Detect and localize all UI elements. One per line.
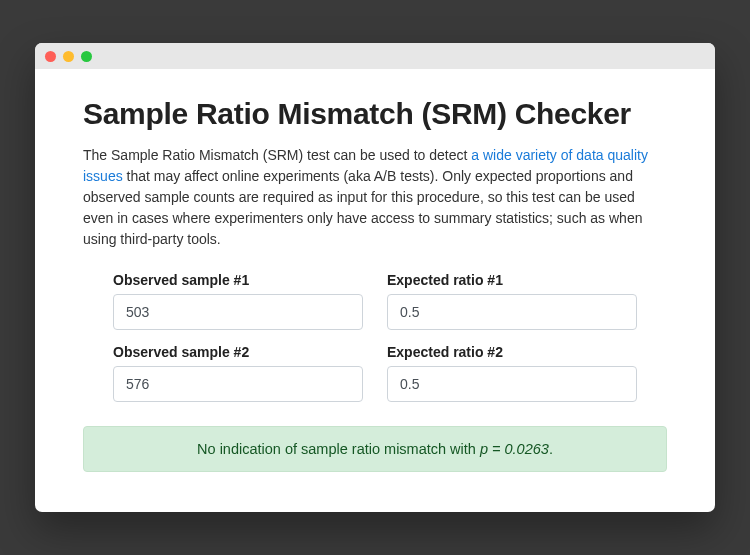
- page-content: Sample Ratio Mismatch (SRM) Checker The …: [35, 69, 715, 512]
- close-icon[interactable]: [45, 51, 56, 62]
- expected-ratio-2-field: Expected ratio #2: [387, 344, 637, 402]
- observed-sample-1-label: Observed sample #1: [113, 272, 363, 288]
- expected-ratio-1-input[interactable]: [387, 294, 637, 330]
- intro-text-prefix: The Sample Ratio Mismatch (SRM) test can…: [83, 147, 471, 163]
- expected-ratio-1-label: Expected ratio #1: [387, 272, 637, 288]
- intro-paragraph: The Sample Ratio Mismatch (SRM) test can…: [83, 145, 667, 250]
- window-titlebar: [35, 43, 715, 69]
- expected-ratio-2-label: Expected ratio #2: [387, 344, 637, 360]
- observed-sample-1-input[interactable]: [113, 294, 363, 330]
- result-p-value: p = 0.0263: [480, 441, 549, 457]
- observed-sample-1-field: Observed sample #1: [113, 272, 363, 330]
- intro-text-suffix: that may affect online experiments (aka …: [83, 168, 642, 247]
- input-grid: Observed sample #1 Expected ratio #1 Obs…: [83, 272, 667, 402]
- observed-sample-2-field: Observed sample #2: [113, 344, 363, 402]
- app-window: Sample Ratio Mismatch (SRM) Checker The …: [35, 43, 715, 512]
- observed-sample-2-input[interactable]: [113, 366, 363, 402]
- expected-ratio-1-field: Expected ratio #1: [387, 272, 637, 330]
- result-suffix: .: [549, 441, 553, 457]
- result-banner: No indication of sample ratio mismatch w…: [83, 426, 667, 472]
- maximize-icon[interactable]: [81, 51, 92, 62]
- expected-ratio-2-input[interactable]: [387, 366, 637, 402]
- minimize-icon[interactable]: [63, 51, 74, 62]
- result-prefix: No indication of sample ratio mismatch w…: [197, 441, 480, 457]
- page-title: Sample Ratio Mismatch (SRM) Checker: [83, 97, 667, 131]
- observed-sample-2-label: Observed sample #2: [113, 344, 363, 360]
